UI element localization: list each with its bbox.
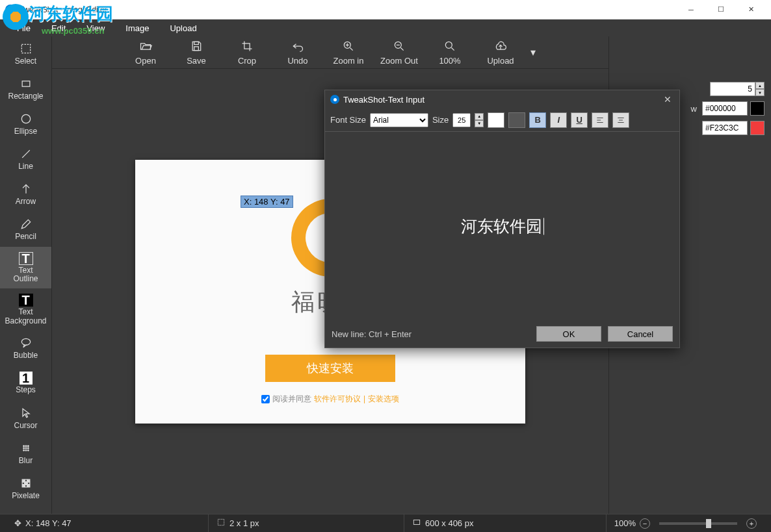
svg-point-7 (25, 446, 27, 447)
tool-blur[interactable]: Blur (0, 436, 51, 471)
tool-line[interactable]: Line (0, 142, 51, 177)
svg-rect-16 (25, 479, 27, 481)
ok-button[interactable]: OK (536, 326, 601, 342)
svg-rect-24 (194, 42, 199, 44)
cancel-button[interactable]: Cancel (608, 326, 673, 342)
prop-outline-label: w (691, 104, 697, 114)
menu-edit[interactable]: Edit (41, 19, 76, 36)
tool-arrow[interactable]: Arrow (0, 177, 51, 212)
menu-upload[interactable]: Upload (159, 19, 207, 36)
app-icon (5, 5, 16, 15)
toolbar-save[interactable]: Save (172, 38, 221, 68)
tool-ellipse[interactable]: Ellipse (0, 107, 51, 142)
cursor-icon (20, 406, 33, 420)
svg-rect-43 (413, 520, 419, 525)
size-input[interactable] (452, 113, 471, 127)
svg-rect-1 (22, 81, 30, 86)
blur-icon (20, 441, 33, 455)
svg-point-13 (25, 450, 27, 451)
svg-rect-22 (25, 485, 27, 487)
text-color-gray[interactable] (508, 112, 525, 128)
status-selection: 2 x 1 px (229, 518, 259, 528)
top-toolbar: Open Save Crop Undo Zoom in Zoom Out (52, 36, 608, 69)
dialog-hint: New line: Ctrl + Enter (332, 329, 530, 339)
select-icon (20, 42, 33, 56)
toolbar-zoom-in[interactable]: Zoom in (324, 38, 373, 68)
zoom-in-icon (342, 40, 355, 56)
align-left-button[interactable] (592, 112, 608, 128)
prop-size-input[interactable] (710, 82, 755, 96)
dialog-footer: New line: Ctrl + Enter OK Cancel (325, 320, 679, 348)
status-coords: X: 148 Y: 47 (25, 518, 72, 528)
font-select[interactable]: Arial (370, 113, 428, 127)
zoom-in-button[interactable]: + (746, 518, 757, 529)
text-outline-icon: T (19, 252, 33, 265)
bold-button[interactable]: B (529, 112, 546, 128)
tool-text-background[interactable]: T Text Background (0, 288, 51, 330)
svg-line-27 (350, 47, 353, 50)
align-center-button[interactable] (612, 112, 629, 128)
zoom-out-button[interactable]: − (640, 518, 650, 529)
svg-point-14 (27, 450, 29, 451)
toolbar-zoom-100[interactable]: 100% (425, 38, 475, 68)
statusbar: ✥ X: 148 Y: 47 2 x 1 px 600 x 406 px 100… (0, 514, 771, 532)
dialog-app-icon (330, 95, 339, 104)
tool-cursor[interactable]: Cursor (0, 401, 51, 436)
rectangle-icon (20, 77, 33, 91)
svg-point-33 (445, 42, 452, 48)
toolbar-upload[interactable]: Upload (476, 38, 525, 68)
pencil-icon (20, 217, 33, 231)
svg-point-2 (21, 115, 30, 123)
minimize-button[interactable]: ─ (676, 0, 706, 19)
underline-button[interactable]: U (571, 112, 588, 128)
prop-fill-input[interactable] (702, 121, 748, 135)
save-icon (190, 40, 203, 56)
tool-steps[interactable]: 1 Steps (0, 366, 51, 401)
text-color-white[interactable] (488, 112, 504, 128)
svg-rect-20 (27, 482, 29, 484)
canvas-agree-checkbox (261, 395, 270, 403)
canvas-agree-row: 阅读并同意 软件许可协议 | 安装选项 (261, 394, 399, 405)
close-button[interactable]: ✕ (736, 0, 766, 19)
dialog-toolbar: Font Size Arial Size ▲▼ B I U (325, 108, 679, 132)
svg-point-5 (21, 338, 30, 345)
dialog-titlebar[interactable]: TweakShot-Text Input ✕ (325, 90, 679, 108)
dimensions-icon (412, 518, 421, 529)
tool-rectangle[interactable]: Rectangle (0, 71, 51, 107)
prop-outline-swatch[interactable] (750, 101, 764, 116)
toolbar-zoom-out[interactable]: Zoom Out (374, 38, 424, 68)
tool-text-outline[interactable]: T Text Outline (0, 247, 51, 288)
menu-image[interactable]: Image (115, 19, 159, 36)
move-icon: ✥ (14, 518, 21, 528)
maximize-button[interactable]: ☐ (706, 0, 736, 19)
size-spinner[interactable]: ▲▼ (475, 113, 484, 127)
tool-pixelate[interactable]: Pixelate (0, 471, 51, 506)
tool-select[interactable]: Select (0, 36, 51, 71)
selection-icon (216, 518, 226, 529)
tool-bubble[interactable]: Bubble (0, 331, 51, 366)
tool-pencil[interactable]: Pencil (0, 212, 51, 247)
prop-fill-swatch[interactable] (750, 121, 764, 135)
dialog-close-button[interactable]: ✕ (661, 94, 674, 105)
prop-outline-input[interactable] (702, 101, 748, 116)
toolbar-upload-dropdown[interactable]: ▾ (527, 38, 540, 68)
svg-rect-23 (27, 485, 29, 487)
svg-line-34 (452, 47, 454, 50)
open-icon (139, 40, 152, 56)
svg-rect-0 (21, 45, 30, 53)
svg-rect-25 (194, 46, 199, 50)
toolbar-undo[interactable]: Undo (273, 38, 322, 68)
prop-size-spinner[interactable]: ▲▼ (755, 82, 764, 96)
dialog-text-area[interactable]: 河东软件园 (325, 132, 679, 320)
size-label: Size (432, 115, 449, 125)
menu-view[interactable]: View (76, 19, 115, 36)
toolbar-open[interactable]: Open (121, 38, 170, 68)
svg-point-11 (27, 448, 29, 449)
toolbar-crop[interactable]: Crop (222, 38, 272, 68)
italic-button[interactable]: I (550, 112, 567, 128)
ellipse-icon (20, 112, 33, 126)
menu-file[interactable]: File (7, 19, 41, 36)
zoom-slider[interactable] (659, 522, 737, 525)
line-icon (20, 147, 33, 161)
text-bg-icon: T (19, 294, 33, 307)
